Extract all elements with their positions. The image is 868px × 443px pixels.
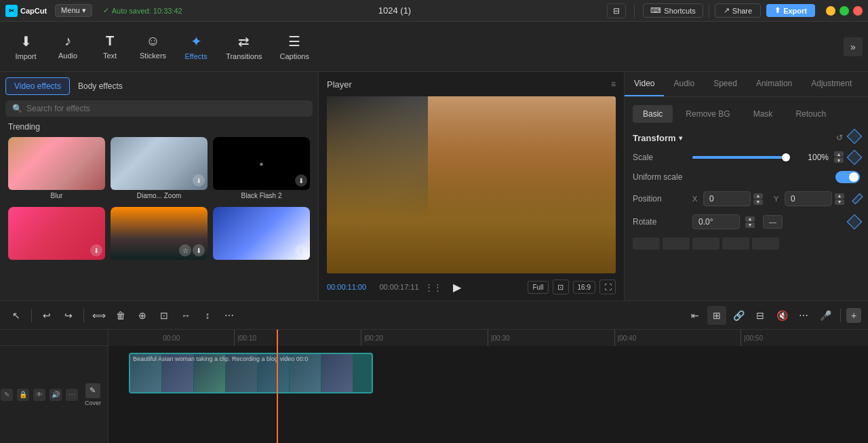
timecode-grid-button[interactable]: ⋮⋮ [425,282,442,292]
shortcuts-button[interactable]: ⌨ Shortcuts [643,3,703,18]
subtab-basic[interactable]: Basic [633,105,673,123]
uniform-scale-row: Uniform scale [633,171,860,183]
scale-spinner: ▲ ▼ [834,151,844,163]
track-eye-icon[interactable]: 👁 [33,389,45,401]
video-clip[interactable]: Beautiful Asian woman taking a clip. Rec… [129,353,373,393]
pink-download-icon[interactable]: ⬇ [90,244,102,256]
subtab-retouch[interactable]: Retouch [785,105,836,123]
crop-button[interactable]: ⊡ [155,306,174,325]
redo-button[interactable]: ↪ [59,306,78,325]
black-flash-download-icon[interactable]: ⬇ [295,174,307,187]
rotate-increment[interactable]: ▲ [745,216,755,222]
delete-button[interactable]: 🗑 [111,306,130,325]
rotate-input[interactable] [692,214,740,229]
ruler-mark-1: |00:10 [235,330,361,346]
pos-x-decrement[interactable]: ▼ [753,199,763,205]
rotate-decrement[interactable]: ▼ [745,223,755,228]
effect-pink[interactable]: ⬇ [8,207,105,271]
subtab-remove-bg[interactable]: Remove BG [675,105,740,123]
ruler-mark-4: |00:40 [615,330,742,346]
flip-v-button[interactable]: ↕ [198,306,217,325]
toolbar-expand-button[interactable]: » [844,37,863,56]
scale-keyframe-button[interactable] [847,149,863,165]
detach-audio-button[interactable]: ⊕ [133,306,152,325]
city-download-icon[interactable]: ⬇ [193,244,205,256]
aspect-ratio-button[interactable]: 16:9 [573,281,595,294]
link-button[interactable]: 🔗 [729,306,748,325]
track-lock-icon[interactable]: 🔒 [17,389,29,401]
rotate-reset-button[interactable]: — [763,215,783,229]
transform-expand-icon[interactable]: ▾ [679,134,682,142]
player-menu-icon[interactable]: ≡ [611,79,616,89]
scale-slider[interactable] [692,156,789,159]
pos-y-decrement[interactable]: ▼ [835,199,844,205]
tab-animation[interactable]: Animation [747,72,802,96]
split-button[interactable]: ⟺ [90,306,108,325]
body-effects-tab[interactable]: Body effects [70,77,131,95]
minimize-button[interactable] [826,6,835,16]
toolbar-item-effects[interactable]: ✦ Effects [176,28,216,66]
play-button[interactable]: ▶ [448,277,467,296]
effect-blue[interactable]: ⬇ [213,207,310,271]
cursor-tool-button[interactable]: ↖ [7,306,26,325]
magnet-button[interactable]: ⊟ [751,306,770,325]
close-button[interactable] [853,6,863,16]
position-keyframe-button[interactable] [852,193,863,204]
track-volume-icon[interactable]: 🔊 [50,389,62,401]
blue-download-icon[interactable]: ⬇ [295,244,307,256]
city-star-icon[interactable]: ☆ [179,244,191,256]
position-x-input[interactable] [703,191,751,206]
scale-increment-button[interactable]: ▲ [834,151,844,157]
effect-blur[interactable]: Blur [8,137,105,201]
subtab-mask[interactable]: Mask [743,105,783,123]
effect-city[interactable]: ☆ ⬇ [111,207,208,271]
tab-audio[interactable]: Audio [664,72,704,96]
toolbar-item-stickers[interactable]: ☺ Stickers [132,28,174,65]
microphone-button[interactable]: 🎤 [816,306,835,325]
display-mode-button[interactable]: ⊟ [607,3,626,18]
effect-diamond-zoom[interactable]: ⬇ Diamo... Zoom [111,137,208,201]
position-y-input[interactable] [785,191,832,206]
more-tools-button[interactable]: ⋯ [220,306,239,325]
timeline-more-button[interactable]: ⋯ [794,306,813,325]
video-effects-tab[interactable]: Video effects [5,77,70,95]
undo-button[interactable]: ↩ [37,306,56,325]
toolbar-item-text[interactable]: T Text [90,28,130,65]
toolbar-item-audio[interactable]: ♪ Audio [47,28,88,65]
track-edit-icon[interactable]: ✎ [1,389,13,401]
toolbar-item-transitions[interactable]: ⇄ Transitions [218,28,270,66]
pos-x-increment[interactable]: ▲ [753,193,763,199]
search-input[interactable] [26,104,306,113]
flip-h-button[interactable]: ↔ [176,306,195,325]
effect-black-flash-2[interactable]: ● ⬇ Black Flash 2 [213,137,310,201]
mute-button[interactable]: 🔇 [772,306,791,325]
toolbar-item-import[interactable]: ⬇ Import [5,28,46,66]
scale-slider-thumb[interactable] [782,153,790,161]
fit-button[interactable]: ⊡ [553,280,569,294]
cover-button[interactable]: ✎ Cover [85,383,101,406]
scale-decrement-button[interactable]: ▼ [834,157,844,163]
toolbar-item-captions[interactable]: ☰ Captions [272,28,317,66]
uniform-scale-toggle[interactable] [835,171,860,183]
share-button[interactable]: ↗ Share [715,3,761,18]
tab-adjustment[interactable]: Adjustment [802,72,861,96]
tab-speed[interactable]: Speed [704,72,747,96]
autosave-indicator: ✓ Auto saved: 10:33:42 [103,6,182,15]
export-button[interactable]: ⬆ Export [766,4,815,17]
tab-video[interactable]: Video [625,72,664,96]
split-track-button[interactable]: ⇤ [686,306,705,325]
fullscreen-expand-button[interactable]: ⛶ [599,280,616,294]
transform-reset-button[interactable]: ↺ [833,131,846,145]
track-dots-icon[interactable]: ⋯ [66,389,78,401]
track-lanes: 00:00 |00:10 |00:20 |00:30 |00:40 |00:50… [108,330,868,443]
rotate-spinner: ▲ ▼ [745,216,755,228]
rotate-keyframe-button[interactable] [847,214,863,230]
transform-keyframe-button[interactable] [847,129,863,145]
add-track-button[interactable]: + [846,308,861,323]
fullscreen-button[interactable]: Full [528,281,548,294]
auto-snap-button[interactable]: ⊞ [707,306,726,325]
pos-y-increment[interactable]: ▲ [835,193,844,199]
maximize-button[interactable] [840,6,849,16]
diamond-zoom-download-icon[interactable]: ⬇ [193,174,205,187]
menu-button[interactable]: Menu ▾ [55,4,92,17]
